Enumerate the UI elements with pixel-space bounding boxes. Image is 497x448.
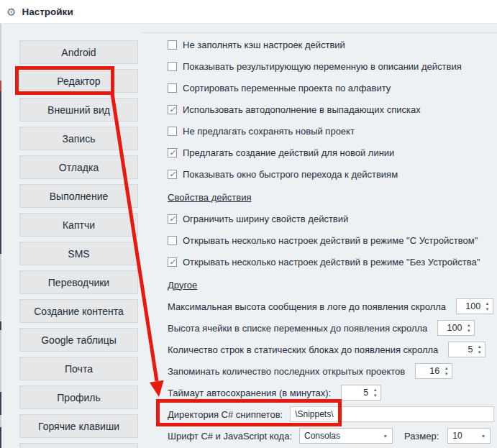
static-block-lines-spinner[interactable]: 5 ▲▼ — [448, 342, 485, 357]
checkbox-label: Показывать результирующую переменную в о… — [183, 61, 462, 72]
checkbox-row: Не предлагать сохранять новый проект — [168, 120, 494, 142]
checkbox[interactable] — [168, 127, 177, 136]
spinner-arrows[interactable]: ▲▼ — [441, 364, 452, 378]
font-size-value: 10 — [452, 431, 462, 441]
sidebar-item-recording[interactable]: Запись — [19, 127, 138, 150]
sidebar-item-content-creation[interactable]: Создание контента — [19, 299, 138, 323]
snippets-directory-label: Директория C# сниппетов: — [168, 409, 283, 420]
spinner-label: Количество строк в статических блоках до… — [168, 344, 438, 355]
sidebar-item-hotkeys[interactable]: Горячие клавиши — [19, 414, 138, 438]
window-edge-artifact — [0, 24, 1, 81]
checkbox-row: Показывать результирующую переменную в о… — [168, 55, 494, 77]
checkbox-row: ✓ Использовать автодополнение в выпадающ… — [168, 99, 494, 120]
checkbox-label: Не предлагать сохранять новый проект — [183, 126, 355, 137]
checkbox-row: Открывать несколько настроек действий в … — [168, 229, 494, 251]
snippets-directory-row: Директория C# сниппетов: — [168, 403, 494, 425]
check-icon: ✓ — [169, 258, 175, 266]
snippets-directory-input[interactable] — [290, 406, 494, 422]
spin-up-icon: ▲ — [478, 344, 482, 349]
sidebar-item-android[interactable]: Android — [19, 40, 138, 64]
editor-settings-panel: Не заполнять кэш настроек действий Показ… — [141, 32, 497, 448]
checkbox-row: ✓ Показывать окно быстрого перехода к де… — [168, 163, 494, 185]
checkbox-label: Открывать несколько настроек действий в … — [183, 235, 478, 246]
variable-cell-height-spinner[interactable]: 100 ▲▼ — [437, 320, 475, 336]
sidebar-item-captchas[interactable]: Каптчи — [19, 213, 138, 237]
checkbox[interactable] — [168, 83, 177, 93]
log-message-height-spinner[interactable]: 100 ▲▼ — [456, 298, 493, 314]
checkbox[interactable]: ✓ — [168, 170, 177, 179]
spinner-arrows[interactable]: ▲▼ — [474, 342, 485, 357]
spin-down-icon: ▼ — [373, 393, 378, 398]
chevron-down-icon: ▼ — [475, 434, 485, 439]
font-size-dropdown[interactable]: 10 ▼ — [447, 428, 491, 444]
spinner-row: Запоминать количество последних открытых… — [168, 360, 494, 382]
checkbox[interactable]: ✓ — [168, 257, 177, 267]
spin-down-icon: ▼ — [444, 372, 449, 376]
spin-down-icon: ▼ — [485, 307, 490, 311]
spinner-label: Максимальная высота сообщения в логе до … — [168, 301, 446, 312]
spin-up-icon: ▲ — [444, 366, 449, 370]
section-title: Свойства действия — [168, 192, 251, 203]
checkbox[interactable]: ✓ — [168, 148, 177, 157]
checkbox-label: Показывать окно быстрого перехода к дейс… — [183, 169, 398, 180]
spinner-value: 16 — [416, 364, 441, 378]
section-title: Другое — [168, 280, 197, 291]
check-icon: ✓ — [169, 170, 175, 178]
sidebar-item-partial[interactable] — [19, 443, 138, 448]
checkbox[interactable]: ✓ — [168, 105, 177, 114]
autosave-timeout-spinner[interactable]: 5 ▲▼ — [341, 385, 381, 401]
spinner-arrows[interactable]: ▲▼ — [482, 299, 493, 314]
window-edge-artifact — [0, 392, 1, 415]
font-size-label: Размер: — [404, 431, 439, 442]
sidebar-item-appearance[interactable]: Внешний вид — [19, 98, 138, 122]
checkbox[interactable] — [168, 62, 177, 71]
dialog-title: Настройки — [22, 6, 73, 17]
sidebar-item-google-sheets[interactable]: Google таблицы — [19, 328, 138, 352]
check-icon: ✓ — [169, 215, 175, 223]
sidebar-item-sms[interactable]: SMS — [19, 242, 138, 265]
spin-down-icon: ▼ — [467, 329, 471, 333]
checkbox-row: Сортировать переменные проекта по алфави… — [168, 77, 494, 99]
code-font-dropdown[interactable]: Consolas ▼ — [299, 428, 393, 444]
checkbox[interactable] — [168, 40, 177, 50]
checkbox[interactable] — [168, 236, 177, 245]
sidebar-item-translators[interactable]: Переводчики — [19, 270, 138, 294]
section-header-other: Другое — [168, 274, 494, 296]
checkbox-row: ✓ Открывать несколько настроек действий … — [168, 251, 494, 273]
code-font-value: Consolas — [304, 431, 340, 441]
spinner-row: Максимальная высота сообщения в логе до … — [168, 296, 494, 317]
spinner-row: Высота ячейки в списке переменных до поя… — [168, 317, 494, 339]
checkbox-row: ✓ Ограничить ширину свойств действий — [168, 208, 494, 229]
window-edge-artifact — [0, 254, 1, 448]
spin-up-icon: ▲ — [373, 388, 378, 392]
sidebar-item-editor[interactable]: Редактор — [19, 69, 138, 93]
spinner-label: Таймаут автосохранения (в минутах): — [168, 388, 331, 398]
spin-up-icon: ▲ — [485, 301, 490, 306]
spinner-label: Запоминать количество последних открытых… — [168, 366, 405, 377]
spinner-arrows[interactable]: ▲▼ — [370, 385, 380, 400]
sidebar-item-debugging[interactable]: Отладка — [19, 155, 138, 179]
spin-up-icon: ▲ — [467, 323, 471, 327]
recent-projects-spinner[interactable]: 16 ▲▼ — [415, 363, 452, 379]
code-font-row: Шрифт C# и JavaScript кода: Consolas ▼ Р… — [168, 425, 494, 447]
code-font-label: Шрифт C# и JavaScript кода: — [168, 431, 292, 442]
gear-icon: ⚙ — [6, 6, 16, 17]
window-edge-artifact — [0, 427, 1, 448]
window-edge-artifact — [0, 321, 1, 330]
dialog-titlebar: ⚙ Настройки — [0, 0, 497, 24]
spinner-value: 100 — [438, 321, 463, 335]
sidebar-item-execution[interactable]: Выполнение — [19, 184, 138, 208]
checkbox-row: Не заполнять кэш настроек действий — [168, 34, 494, 55]
checkbox-label: Предлагать создание действий для новой л… — [183, 147, 394, 158]
sidebar-item-profile[interactable]: Профиль — [19, 385, 138, 409]
checkbox[interactable]: ✓ — [168, 214, 177, 224]
spinner-row: Таймаут автосохранения (в минутах): 5 ▲▼ — [168, 382, 494, 403]
spinner-value: 100 — [457, 299, 482, 314]
spinner-arrows[interactable]: ▲▼ — [463, 321, 474, 335]
sidebar-item-mail[interactable]: Почта — [19, 357, 138, 380]
chevron-down-icon: ▼ — [378, 434, 388, 439]
window-edge-artifact — [0, 91, 1, 254]
settings-category-list: Android Редактор Внешний вид Запись Отла… — [19, 40, 138, 448]
spinner-value: 5 — [449, 342, 474, 357]
check-icon: ✓ — [169, 149, 175, 157]
